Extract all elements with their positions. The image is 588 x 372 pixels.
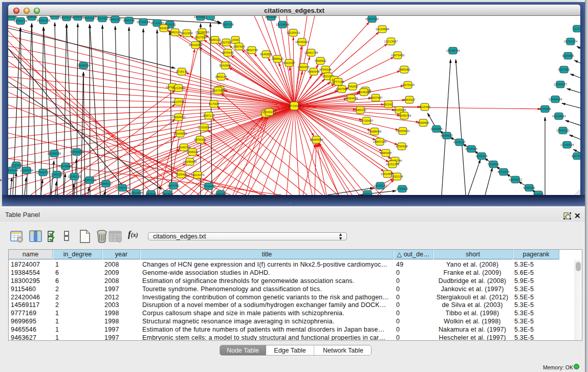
svg-text:7663822: 7663822 [158, 27, 170, 30]
svg-text:19166825: 19166825 [173, 132, 187, 135]
svg-text:10688609: 10688609 [368, 130, 382, 133]
svg-text:1362615: 1362615 [297, 65, 310, 69]
svg-text:10653267: 10653267 [83, 16, 97, 19]
svg-text:13975887: 13975887 [59, 165, 73, 168]
svg-text:25300213: 25300213 [263, 111, 276, 114]
svg-text:8878332: 8878332 [194, 138, 206, 141]
svg-text:14099469: 14099469 [183, 160, 197, 163]
svg-text:10654112: 10654112 [509, 178, 522, 181]
svg-text:16154808: 16154808 [376, 28, 389, 31]
svg-text:10719164: 10719164 [137, 20, 150, 24]
svg-text:6794028: 6794028 [319, 68, 332, 71]
svg-text:9892766: 9892766 [123, 19, 135, 22]
svg-text:1498222: 1498222 [186, 150, 199, 154]
svg-text:9474444: 9474444 [465, 147, 477, 150]
svg-text:1035001: 1035001 [26, 16, 38, 18]
svg-text:1440954: 1440954 [430, 127, 443, 130]
svg-text:16782759: 16782759 [116, 186, 129, 189]
svg-text:11568294: 11568294 [20, 169, 34, 172]
svg-text:11123: 11123 [573, 27, 580, 30]
svg-text:14136141: 14136141 [374, 184, 387, 187]
svg-text:9777169: 9777169 [332, 80, 344, 83]
svg-text:9242848: 9242848 [219, 64, 231, 67]
svg-text:2718176: 2718176 [176, 70, 188, 73]
svg-text:8454749: 8454749 [246, 49, 258, 52]
svg-text:16961758: 16961758 [304, 51, 318, 54]
svg-text:12505135: 12505135 [68, 175, 81, 178]
svg-text:7625402: 7625402 [175, 173, 187, 176]
svg-text:9327508: 9327508 [194, 36, 207, 39]
svg-text:19384554: 19384554 [310, 138, 323, 141]
svg-text:92160: 92160 [384, 103, 393, 106]
svg-text:2546: 2546 [232, 38, 239, 41]
svg-text:9684067: 9684067 [380, 151, 392, 155]
svg-text:10973493: 10973493 [391, 54, 405, 57]
svg-text:20691406: 20691406 [37, 19, 51, 22]
svg-text:10958117: 10958117 [99, 182, 113, 185]
svg-text:7686372: 7686372 [354, 108, 366, 112]
svg-text:6479197: 6479197 [453, 141, 466, 144]
svg-text:17359934: 17359934 [70, 150, 84, 154]
svg-text:9457791: 9457791 [167, 184, 180, 187]
svg-text:817006: 817006 [209, 102, 220, 105]
svg-text:19218506: 19218506 [276, 23, 290, 26]
svg-text:18640910: 18640910 [295, 40, 309, 43]
svg-text:997545: 997545 [146, 192, 157, 195]
svg-text:2803144: 2803144 [215, 75, 227, 78]
svg-text:9463627: 9463627 [403, 98, 416, 101]
svg-text:3267130: 3267130 [203, 114, 215, 117]
svg-text:1092450: 1092450 [214, 192, 227, 195]
svg-text:9245052: 9245052 [523, 186, 535, 189]
svg-text:16033809: 16033809 [194, 16, 208, 18]
svg-text:9756928: 9756928 [396, 145, 408, 148]
svg-text:15751074: 15751074 [564, 40, 578, 43]
svg-text:2935114: 2935114 [476, 155, 488, 158]
svg-text:15592911: 15592911 [556, 129, 570, 132]
svg-text:8912954: 8912954 [181, 32, 193, 35]
svg-text:158312: 158312 [362, 192, 373, 195]
svg-text:12093877: 12093877 [554, 83, 568, 86]
svg-text:12823448: 12823448 [129, 191, 143, 194]
svg-text:16713155: 16713155 [150, 21, 164, 25]
svg-text:20206536: 20206536 [48, 152, 61, 155]
svg-text:16543382: 16543382 [189, 43, 203, 47]
svg-text:8186323: 8186323 [209, 38, 221, 41]
svg-text:23005334: 23005334 [77, 64, 91, 67]
svg-text:3875645: 3875645 [222, 51, 234, 54]
svg-text:16648784: 16648784 [446, 49, 460, 52]
svg-text:8427552: 8427552 [212, 89, 224, 92]
svg-text:9329966: 9329966 [562, 54, 574, 57]
svg-text:10807487: 10807487 [369, 96, 383, 99]
svg-text:992450: 992450 [162, 192, 173, 195]
svg-text:10245334: 10245334 [357, 91, 371, 94]
svg-text:15720407: 15720407 [360, 119, 374, 122]
svg-text:12444159: 12444159 [549, 98, 562, 101]
svg-text:8215958: 8215958 [539, 107, 551, 111]
svg-text:15716485: 15716485 [202, 185, 216, 188]
svg-text:1733426: 1733426 [396, 187, 408, 190]
svg-text:12213967: 12213967 [384, 40, 398, 43]
svg-text:18724007: 18724007 [288, 104, 301, 107]
svg-text:15226058: 15226058 [195, 31, 209, 34]
svg-text:7955812: 7955812 [314, 59, 326, 62]
svg-text:9146821: 9146821 [260, 53, 272, 56]
svg-text:1167533: 1167533 [572, 155, 580, 158]
svg-text:18807249: 18807249 [373, 140, 387, 143]
svg-text:11213383: 11213383 [172, 86, 186, 90]
svg-text:12975115: 12975115 [401, 83, 415, 86]
svg-text:9115460: 9115460 [419, 105, 431, 108]
svg-text:10025438: 10025438 [393, 108, 406, 112]
svg-text:20387682: 20387682 [365, 17, 379, 20]
svg-text:8938923: 8938923 [441, 134, 453, 137]
svg-text:11325419: 11325419 [287, 31, 300, 34]
svg-text:16914479: 16914479 [191, 173, 205, 177]
svg-text:8813054: 8813054 [265, 16, 277, 18]
svg-text:1588520: 1588520 [271, 57, 284, 60]
svg-text:16107552: 16107552 [172, 100, 186, 103]
svg-text:9699695: 9699695 [417, 121, 429, 124]
svg-text:8471676: 8471676 [497, 170, 510, 173]
svg-text:9227342: 9227342 [558, 68, 570, 71]
svg-text:16210643: 16210643 [552, 115, 566, 118]
svg-text:13654923: 13654923 [396, 129, 410, 133]
svg-text:746266: 746266 [347, 85, 358, 88]
